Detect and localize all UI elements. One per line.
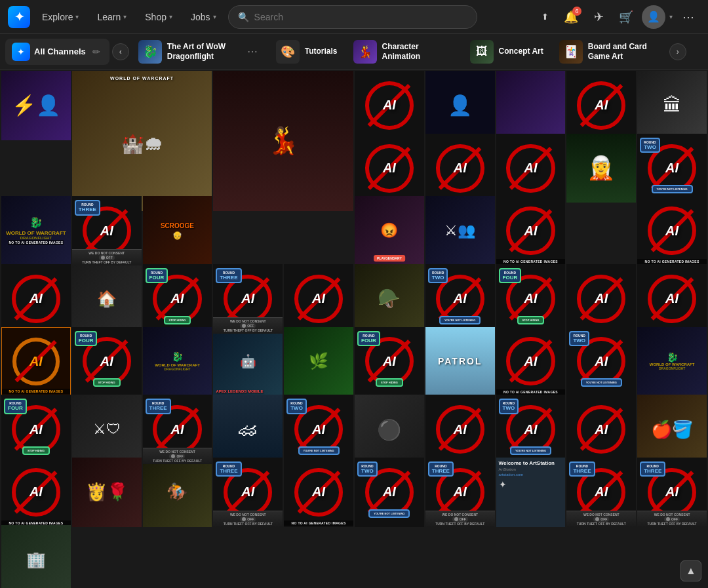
search-bar: 🔍 bbox=[228, 5, 477, 29]
grid-cell-playgendary[interactable]: 😡 PLAYGENDARY bbox=[355, 196, 424, 265]
grid-cell-artstation[interactable]: Welcome to ArtStation ArtStation artstat… bbox=[496, 458, 566, 527]
channel-item-concept-art[interactable]: 🖼 Concept Art bbox=[463, 36, 550, 68]
channel-item-tutorials[interactable]: 🎨 Tutorials bbox=[269, 36, 344, 68]
grid-cell-round-two-4[interactable]: ROUND TWO AI YOU'RE NOT LISTENING bbox=[284, 395, 353, 464]
grid-cell-barrel[interactable]: 🍎🪣 bbox=[637, 395, 707, 464]
grid-cell-aino-3[interactable]: AI NO TO AI GENERATED IMAGES bbox=[355, 134, 424, 203]
grid-cell-aino-10[interactable]: AI NO TO AI GENERATED IMAGES bbox=[566, 264, 636, 334]
grid-cell-warriors[interactable]: ⚔👥 bbox=[425, 196, 495, 265]
grid-cell-round-three-2[interactable]: ROUND THREE AI WE DO NOT CONSENT OFF TUR… bbox=[213, 264, 283, 334]
grid-cell-1[interactable]: ⚡👤 bbox=[1, 71, 71, 140]
all-channels-icon: ✦ bbox=[12, 43, 30, 61]
channel-item-board-art[interactable]: 🃏 Board and Card Game Art bbox=[553, 36, 667, 68]
all-channels-btn[interactable]: ✦ All Channels ✏ bbox=[5, 39, 109, 65]
grid-cell-round-three-3[interactable]: ROUND THREE AI WE DO NOT CONSENT OFF TUR… bbox=[143, 395, 212, 464]
grid-cell-aino-5[interactable]: AI NO TO AI GENERATED IMAGES bbox=[496, 134, 566, 203]
grid-cell-wow[interactable]: 🐉 WORLD OF WARCRAFT DRAGONFLIGHT NO TO A… bbox=[1, 196, 71, 265]
upload-btn[interactable]: ⬆ bbox=[535, 5, 555, 29]
grid-cell-green-char[interactable]: 🧝 bbox=[566, 134, 636, 203]
grid-cell-round-two-6[interactable]: ROUND TWO AI YOU'RE NOT LISTENING bbox=[355, 458, 424, 527]
grid-cell-round-four-2[interactable]: ROUND FOUR AI STOP HIDING bbox=[496, 264, 566, 334]
grid-cell-aino-orange[interactable]: AI NO TO AI GENERATED IMAGES bbox=[1, 327, 71, 397]
grid-cell-aino-16[interactable]: AI NO TO AI GENERATED IMAGES bbox=[284, 458, 353, 527]
more-btn[interactable]: ⋯ bbox=[677, 5, 700, 29]
round-badge-three-7: ROUND THREE bbox=[640, 461, 665, 477]
edit-channels-btn[interactable]: ✏ bbox=[90, 45, 103, 58]
logo[interactable]: ✦ bbox=[8, 6, 30, 28]
grid-cell-aino-13[interactable]: AI NO TO AI GENERATED IMAGES bbox=[425, 395, 495, 464]
avatar-btn[interactable]: 👤 bbox=[642, 5, 665, 29]
grid-cell-dark-char[interactable]: 👤 bbox=[425, 71, 495, 140]
grid-cell-aino-6[interactable]: AI NO TO AI GENERATED IMAGES bbox=[496, 196, 566, 265]
consent-badge-7: WE DO NOT CONSENT OFF TURN THEFT OFF BY … bbox=[637, 511, 707, 527]
cart-btn[interactable]: 🛒 bbox=[614, 5, 638, 29]
grid-cell-aino-8[interactable]: AI NO TO AI GENERATED IMAGES bbox=[1, 264, 71, 334]
grid-cell-smite[interactable] bbox=[496, 71, 566, 140]
grid-cell-patrol[interactable]: PATROL bbox=[425, 327, 495, 397]
grid-cell-round-two-1[interactable]: ROUND TWO AI YOU'RE NOT LISTENING bbox=[637, 134, 707, 203]
round-badge-four-1: ROUND FOUR bbox=[146, 268, 168, 284]
grid-cell-round-four-4[interactable]: ROUND FOUR AI STOP HIDING bbox=[355, 327, 424, 397]
artstation-url: artstation.com bbox=[499, 473, 524, 477]
grid-cell-round-two-2[interactable]: ROUND TWO AI YOU'RE NOT LISTENING bbox=[425, 264, 495, 334]
grid-cell-aino-2[interactable]: AI NO TO AI GENERATED IMAGES bbox=[566, 71, 636, 140]
grid-cell-aino-15[interactable]: AI NO TO AI GENERATED IMAGES bbox=[1, 458, 71, 527]
shop-nav-btn[interactable]: Shop ▾ bbox=[138, 8, 179, 26]
grid-cell-wow-2[interactable]: 🐉 WORLD OF WARCRAFT DRAGONFLIGHT bbox=[143, 327, 212, 397]
channel-item-char-anim[interactable]: 💃 Character Animation bbox=[347, 36, 461, 68]
grid-cell-building-2[interactable]: 🏢 bbox=[1, 525, 71, 588]
grid-cell-car[interactable]: 🏎 bbox=[213, 395, 283, 464]
grid-cell-round-three-6[interactable]: ROUND THREE AI WE DO NOT CONSENT OFF TUR… bbox=[566, 458, 636, 527]
grid-cell-horse[interactable]: 🏇 bbox=[143, 458, 212, 527]
search-input[interactable] bbox=[254, 12, 467, 22]
learn-nav-btn[interactable]: Learn ▾ bbox=[90, 8, 133, 26]
grid-cell-rain[interactable]: WORLD OF WARCRAFT 🏰🌧 bbox=[72, 71, 212, 211]
grid-cell-building[interactable]: 🏠 bbox=[72, 264, 142, 334]
cart-icon: 🛒 bbox=[619, 10, 633, 24]
grid-cell-wow-3[interactable]: 🐉 WORLD OF WARCRAFT DRAGONFLIGHT bbox=[637, 327, 707, 397]
channel-prev-btn[interactable]: ‹ bbox=[112, 43, 129, 60]
grid-cell-round-three-1[interactable]: ROUND THREE AI WE DO NOT CONSENT OFF TUR… bbox=[72, 196, 142, 265]
round-badge-three-1: ROUND THREE bbox=[75, 200, 100, 216]
grid-cell-soldier[interactable]: 🪖 bbox=[355, 264, 424, 334]
grid-cell-round-two-5[interactable]: ROUND TWO AI YOU'RE NOT LISTENING bbox=[496, 395, 566, 464]
notification-badge: 6 bbox=[572, 7, 581, 16]
channel-item-wow-dragonflight[interactable]: 🐉 The Art of WoW Dragonflight ⋯ bbox=[132, 36, 267, 68]
grid-cell-swords[interactable]: ⚔🛡 bbox=[72, 395, 142, 464]
round-badge-two-5: ROUND TWO bbox=[499, 399, 519, 414]
grid-wrapper: ⚡👤 WORLD OF WARCRAFT 🏰🌧 💃 AI NO TO AI GE… bbox=[0, 69, 708, 588]
scroll-to-top-btn[interactable]: ▲ bbox=[680, 560, 701, 581]
grid-cell-arch[interactable]: 🏛 bbox=[637, 71, 707, 140]
messages-btn[interactable]: ✈ bbox=[587, 5, 610, 29]
grid-cell-aino-9[interactable]: AI NO TO AI GENERATED IMAGES bbox=[284, 264, 353, 334]
jobs-nav-btn[interactable]: Jobs ▾ bbox=[184, 8, 223, 26]
avatar-chevron: ▾ bbox=[669, 13, 673, 20]
explore-nav-btn[interactable]: Explore ▾ bbox=[35, 8, 85, 26]
grid-cell-scrooge[interactable]: SCROOGE 👴 bbox=[143, 196, 212, 265]
grid-cell-round-four-1[interactable]: ROUND FOUR AI STOP HIDING bbox=[143, 264, 212, 334]
top-nav: ✦ Explore ▾ Learn ▾ Shop ▾ Jobs ▾ 🔍 ⬆ 🔔 … bbox=[0, 0, 708, 34]
channel-next-btn[interactable]: › bbox=[669, 43, 686, 60]
grid-cell-aino-12[interactable]: AI NO TO AI GENERATED IMAGES bbox=[496, 327, 566, 397]
no-ai-label-15: NO TO AI GENERATED IMAGES bbox=[1, 520, 71, 526]
grid-cell-round-two-3[interactable]: ROUND TWO AI YOU'RE NOT LISTENING bbox=[566, 327, 636, 397]
grid-cell-aino-11[interactable]: AI NO TO AI GENERATED IMAGES bbox=[637, 264, 707, 334]
channel-more-wow[interactable]: ⋯ bbox=[245, 44, 260, 59]
grid-cell-apex[interactable]: 🤖 APEX LEGENDS MOBILE bbox=[213, 327, 283, 397]
grid-cell-portrait[interactable]: 👸🌹 bbox=[72, 458, 142, 527]
notifications-btn[interactable]: 🔔 6 bbox=[559, 5, 583, 29]
grid-cell-round-three-5[interactable]: ROUND THREE AI WE DO NOT CONSENT OFF TUR… bbox=[425, 458, 495, 527]
grid-cell-round-four-3[interactable]: ROUND FOUR AI STOP HIDING bbox=[72, 327, 142, 397]
grid-cell-round-four-5[interactable]: ROUND FOUR AI STOP HIDING bbox=[1, 395, 71, 464]
grid-cell-plants[interactable]: 🌿 bbox=[284, 327, 353, 397]
grid-cell-aino-1[interactable]: AI NO TO AI GENERATED IMAGES bbox=[355, 71, 424, 140]
grid-cell-sphere[interactable]: ⚫ bbox=[355, 395, 424, 464]
grid-cell-aino-7[interactable]: AI NO TO AI GENERATED IMAGES bbox=[637, 196, 707, 265]
wow-title: WORLD OF WARCRAFT bbox=[6, 230, 66, 236]
grid-cell-aino-14[interactable]: AI NO TO AI GENERATED IMAGES bbox=[566, 395, 636, 464]
grid-cell-aino-4[interactable]: AI NO TO AI GENERATED IMAGES bbox=[425, 134, 495, 203]
grid-cell-redchar[interactable]: 💃 bbox=[213, 71, 353, 211]
consent-badge-5: WE DO NOT CONSENT OFF TURN THEFT OFF BY … bbox=[425, 511, 495, 527]
grid-cell-round-three-7[interactable]: ROUND THREE AI WE DO NOT CONSENT OFF TUR… bbox=[637, 458, 707, 527]
grid-cell-round-three-4[interactable]: ROUND THREE AI WE DO NOT CONSENT OFF TUR… bbox=[213, 458, 283, 527]
